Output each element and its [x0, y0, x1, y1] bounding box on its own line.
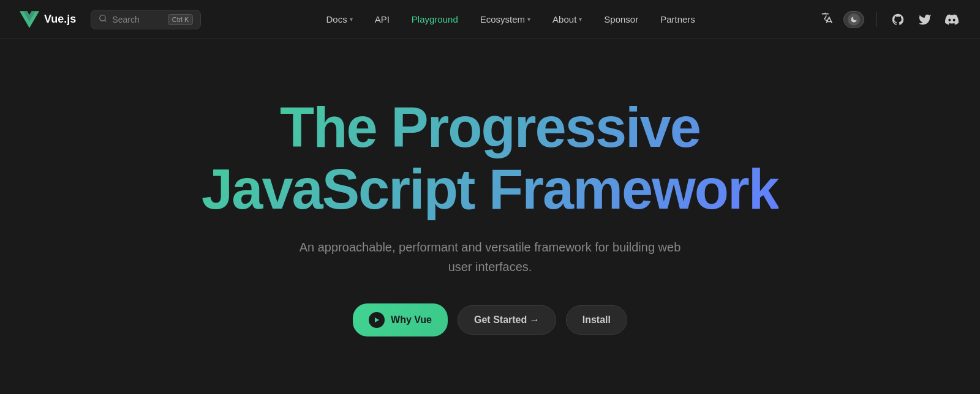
nav-item-playground[interactable]: Playground	[403, 9, 467, 29]
play-icon	[369, 312, 385, 328]
install-button[interactable]: Install	[566, 305, 627, 335]
github-icon[interactable]	[889, 11, 907, 28]
search-placeholder: Search	[112, 15, 139, 24]
svg-point-0	[100, 15, 105, 21]
chevron-down-icon-ecosystem: ▾	[527, 16, 530, 23]
search-bar[interactable]: Search Ctrl K	[91, 10, 201, 29]
nav-item-docs[interactable]: Docs ▾	[317, 9, 361, 29]
hero-section: The Progressive JavaScript Framework An …	[0, 39, 980, 394]
logo-link[interactable]: Vue.js	[20, 11, 76, 28]
nav-ecosystem-label: Ecosystem	[480, 14, 525, 24]
nav-about-label: About	[552, 14, 576, 24]
brand-name: Vue.js	[44, 13, 76, 26]
svg-marker-2	[375, 318, 379, 322]
navbar: Vue.js Search Ctrl K Docs ▾ API Playgrou…	[0, 0, 980, 39]
nav-item-sponsor[interactable]: Sponsor	[595, 9, 647, 29]
nav-divider	[876, 12, 877, 27]
hero-buttons: Why Vue Get Started → Install	[353, 303, 627, 336]
nav-item-about[interactable]: About ▾	[544, 9, 590, 29]
nav-docs-label: Docs	[326, 14, 347, 24]
nav-item-partners[interactable]: Partners	[652, 9, 704, 29]
hero-title-line2: JavaScript Framework	[202, 158, 778, 220]
search-icon	[99, 14, 107, 24]
hero-subtitle: An approachable, performant and versatil…	[294, 237, 686, 277]
install-label: Install	[582, 314, 611, 325]
hero-title-line1: The Progressive	[280, 96, 700, 158]
nav-playground-label: Playground	[412, 14, 458, 24]
nav-partners-label: Partners	[660, 14, 695, 24]
nav-api-label: API	[375, 14, 390, 24]
navbar-left: Vue.js Search Ctrl K	[20, 10, 201, 29]
why-vue-label: Why Vue	[391, 314, 432, 325]
nav-item-ecosystem[interactable]: Ecosystem ▾	[472, 9, 539, 29]
hero-title: The Progressive JavaScript Framework	[202, 97, 778, 220]
why-vue-button[interactable]: Why Vue	[353, 303, 448, 336]
chevron-down-icon: ▾	[350, 16, 353, 23]
chevron-down-icon-about: ▾	[579, 16, 582, 23]
navbar-right	[820, 11, 960, 28]
get-started-button[interactable]: Get Started →	[458, 305, 556, 335]
twitter-icon[interactable]	[916, 11, 933, 28]
theme-toggle[interactable]	[843, 11, 864, 28]
svg-line-1	[105, 20, 107, 22]
nav-sponsor-label: Sponsor	[604, 14, 638, 24]
nav-item-api[interactable]: API	[366, 9, 398, 29]
translate-icon[interactable]	[820, 11, 834, 28]
vue-logo-icon	[20, 11, 39, 28]
toggle-knob	[848, 13, 860, 26]
navbar-center: Docs ▾ API Playground Ecosystem ▾ About …	[317, 9, 703, 29]
discord-icon[interactable]	[943, 11, 960, 28]
search-shortcut: Ctrl K	[168, 14, 194, 25]
get-started-label: Get Started →	[474, 314, 540, 325]
